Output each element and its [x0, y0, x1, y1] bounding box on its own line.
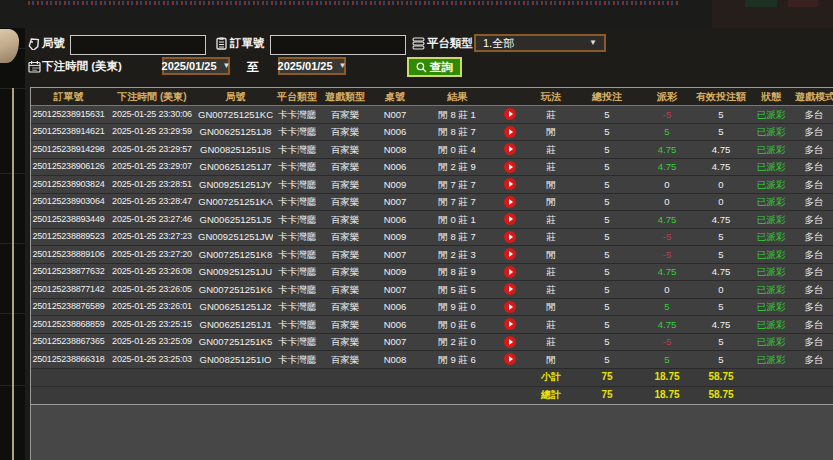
- payout: -5: [639, 110, 695, 120]
- total-bet: 5: [575, 110, 639, 120]
- game-mode: 多台: [795, 110, 833, 120]
- game-mode: 多台: [795, 127, 833, 137]
- total-bet-total: 75: [575, 390, 639, 400]
- play-type: 閒: [527, 355, 575, 365]
- play-type: 莊: [527, 267, 575, 277]
- total-bet: 5: [575, 355, 639, 365]
- bet-time: 2025-01-25 23:26:01: [106, 302, 198, 311]
- replay-button[interactable]: [504, 336, 516, 348]
- replay-button[interactable]: [504, 178, 516, 190]
- result: 閒 2 莊 0: [421, 337, 493, 347]
- tag-icon: [28, 37, 41, 50]
- chevron-down-icon: ▼: [339, 62, 347, 70]
- orders-table-body: 2501252389156312025-01-25 23:30:06GN0072…: [31, 106, 833, 405]
- date-to-picker[interactable]: 2025/01/25 ▼: [278, 57, 346, 75]
- replay-button[interactable]: [504, 213, 516, 225]
- status: 已派彩: [747, 232, 795, 242]
- status: 已派彩: [747, 267, 795, 277]
- result: 閒 7 莊 7: [421, 197, 493, 207]
- replay-button[interactable]: [504, 301, 516, 313]
- status: 已派彩: [747, 145, 795, 155]
- query-button[interactable]: 查詢: [407, 57, 462, 77]
- replay-button[interactable]: [504, 108, 516, 120]
- platform-type-select[interactable]: 1.全部 ▼: [474, 34, 606, 52]
- payout: 4.75: [639, 145, 695, 155]
- bet-time: 2025-01-25 23:28:51: [106, 180, 198, 189]
- replay-cell: [493, 108, 527, 120]
- game-no: GN007251251K8: [198, 250, 273, 260]
- game-no: GN007251251KA: [198, 197, 273, 207]
- replay-button[interactable]: [504, 143, 516, 155]
- platform-type: 卡卡灣廳: [273, 127, 321, 137]
- replay-button[interactable]: [504, 248, 516, 260]
- game-mode: 多台: [795, 320, 833, 330]
- filter-bar: 局號 訂單號 平台類型 1.全部 ▼ 下注時間 (美東) 2025/01/25 …: [25, 28, 833, 88]
- payout: 4.75: [639, 215, 695, 225]
- table-row: 2501252389038242025-01-25 23:28:51GN0092…: [31, 176, 833, 194]
- background-left-strip: [0, 28, 25, 460]
- date-from-value: 2025/01/25: [162, 60, 217, 72]
- payout: 5: [639, 127, 695, 137]
- chevron-down-icon: ▼: [589, 39, 597, 47]
- replay-button[interactable]: [504, 126, 516, 138]
- replay-button[interactable]: [504, 283, 516, 295]
- game-type: 百家樂: [321, 145, 369, 155]
- platform-type-value: 1.全部: [483, 36, 514, 51]
- replay-button[interactable]: [504, 318, 516, 330]
- valid-bet: 5: [695, 232, 747, 242]
- replay-cell: [493, 161, 527, 173]
- replay-button[interactable]: [504, 353, 516, 365]
- game-no: GN006251251J2: [198, 302, 273, 312]
- roadmap-dots: [28, 1, 678, 5]
- total-bet: 5: [575, 285, 639, 295]
- replay-button[interactable]: [504, 266, 516, 278]
- background-thumbnail: [788, 0, 818, 7]
- bet-time: 2025-01-25 23:25:03: [106, 355, 198, 364]
- order-no-input[interactable]: [270, 35, 406, 55]
- game-no-label: 局號: [42, 36, 65, 51]
- total-bet: 5: [575, 127, 639, 137]
- platform-type: 卡卡灣廳: [273, 337, 321, 347]
- valid-bet: 5: [695, 302, 747, 312]
- replay-button[interactable]: [504, 231, 516, 243]
- game-mode: 多台: [795, 285, 833, 295]
- table-no: N008: [369, 145, 421, 155]
- bet-time: 2025-01-25 23:25:09: [106, 337, 198, 346]
- result: 閒 2 莊 3: [421, 250, 493, 260]
- total-bet: 5: [575, 337, 639, 347]
- game-mode: 多台: [795, 337, 833, 347]
- game-no-input[interactable]: [70, 35, 206, 55]
- platform-type: 卡卡灣廳: [273, 232, 321, 242]
- valid-bet: 4.75: [695, 267, 747, 277]
- header-table-no: 桌號: [369, 92, 421, 102]
- replay-button[interactable]: [504, 196, 516, 208]
- payout: 0: [639, 197, 695, 207]
- order-no: 250125238889106: [31, 250, 106, 259]
- payout: -5: [639, 250, 695, 260]
- result: 閒 9 莊 0: [421, 302, 493, 312]
- subtotal-row: 小計7518.7558.75: [31, 369, 833, 387]
- total-bet: 5: [575, 215, 639, 225]
- platform-type: 卡卡灣廳: [273, 162, 321, 172]
- valid-bet: 4.75: [695, 145, 747, 155]
- game-mode: 多台: [795, 232, 833, 242]
- bet-time: 2025-01-25 23:26:05: [106, 285, 198, 294]
- game-no: GN007251251K5: [198, 337, 273, 347]
- date-from-picker[interactable]: 2025/01/25 ▼: [162, 57, 230, 75]
- game-no: GN006251251J7: [198, 162, 273, 172]
- payout: -5: [639, 232, 695, 242]
- game-mode: 多台: [795, 355, 833, 365]
- result: 閒 2 莊 9: [421, 162, 493, 172]
- replay-button[interactable]: [504, 161, 516, 173]
- game-type: 百家樂: [321, 267, 369, 277]
- order-no: 250125238876589: [31, 302, 106, 311]
- result: 閒 0 莊 4: [421, 145, 493, 155]
- game-mode: 多台: [795, 302, 833, 312]
- table-row: 2501252388895232025-01-25 23:27:23GN0092…: [31, 229, 833, 247]
- valid-bet: 4.75: [695, 162, 747, 172]
- platform-type: 卡卡灣廳: [273, 110, 321, 120]
- total-row: 總計7518.7558.75: [31, 387, 833, 405]
- search-icon: [416, 62, 427, 73]
- table-no: N007: [369, 110, 421, 120]
- game-no: GN008251251IS: [198, 145, 273, 155]
